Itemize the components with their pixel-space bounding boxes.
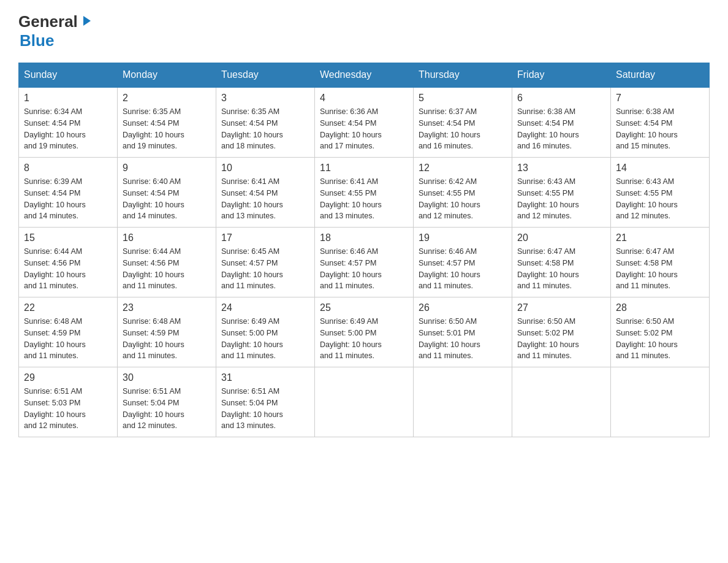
day-info: Sunrise: 6:50 AM Sunset: 5:01 PM Dayligh… (419, 316, 507, 362)
calendar-cell (315, 367, 414, 437)
weekday-header-sunday: Sunday (19, 63, 118, 88)
calendar-cell: 22 Sunrise: 6:48 AM Sunset: 4:59 PM Dayl… (19, 297, 118, 367)
day-number: 21 (616, 232, 704, 243)
calendar-cell: 12 Sunrise: 6:42 AM Sunset: 4:55 PM Dayl… (414, 158, 512, 228)
calendar-cell: 19 Sunrise: 6:46 AM Sunset: 4:57 PM Dayl… (414, 228, 512, 297)
calendar-cell: 9 Sunrise: 6:40 AM Sunset: 4:54 PM Dayli… (118, 158, 216, 228)
calendar-cell: 17 Sunrise: 6:45 AM Sunset: 4:57 PM Dayl… (216, 228, 315, 297)
calendar-cell: 16 Sunrise: 6:44 AM Sunset: 4:56 PM Dayl… (118, 228, 216, 297)
day-info: Sunrise: 6:39 AM Sunset: 4:54 PM Dayligh… (24, 176, 112, 222)
logo: General Blue (18, 12, 92, 50)
day-number: 11 (320, 163, 408, 174)
calendar-cell: 27 Sunrise: 6:50 AM Sunset: 5:02 PM Dayl… (512, 297, 611, 367)
day-info: Sunrise: 6:46 AM Sunset: 4:57 PM Dayligh… (320, 246, 408, 292)
day-number: 29 (24, 372, 112, 383)
calendar-cell: 10 Sunrise: 6:41 AM Sunset: 4:54 PM Dayl… (216, 158, 315, 228)
calendar-cell: 15 Sunrise: 6:44 AM Sunset: 4:56 PM Dayl… (19, 228, 118, 297)
day-info: Sunrise: 6:38 AM Sunset: 4:54 PM Dayligh… (517, 106, 605, 152)
day-info: Sunrise: 6:50 AM Sunset: 5:02 PM Dayligh… (616, 316, 704, 362)
calendar-cell (414, 367, 512, 437)
day-info: Sunrise: 6:42 AM Sunset: 4:55 PM Dayligh… (419, 176, 507, 222)
calendar-cell: 14 Sunrise: 6:43 AM Sunset: 4:55 PM Dayl… (611, 158, 710, 228)
day-number: 6 (517, 93, 605, 104)
day-number: 14 (616, 163, 704, 174)
day-number: 18 (320, 232, 408, 243)
logo-general: General (18, 12, 78, 31)
day-number: 25 (320, 302, 408, 313)
day-info: Sunrise: 6:43 AM Sunset: 4:55 PM Dayligh… (517, 176, 605, 222)
calendar-cell: 5 Sunrise: 6:37 AM Sunset: 4:54 PM Dayli… (414, 87, 512, 158)
day-number: 16 (123, 232, 211, 243)
day-number: 31 (221, 372, 309, 383)
calendar-cell: 26 Sunrise: 6:50 AM Sunset: 5:01 PM Dayl… (414, 297, 512, 367)
calendar-cell: 1 Sunrise: 6:34 AM Sunset: 4:54 PM Dayli… (19, 87, 118, 158)
day-number: 9 (123, 163, 211, 174)
day-info: Sunrise: 6:48 AM Sunset: 4:59 PM Dayligh… (123, 316, 211, 362)
calendar-cell: 24 Sunrise: 6:49 AM Sunset: 5:00 PM Dayl… (216, 297, 315, 367)
day-info: Sunrise: 6:48 AM Sunset: 4:59 PM Dayligh… (24, 316, 112, 362)
calendar-cell (512, 367, 611, 437)
calendar-cell: 29 Sunrise: 6:51 AM Sunset: 5:03 PM Dayl… (19, 367, 118, 437)
day-info: Sunrise: 6:51 AM Sunset: 5:03 PM Dayligh… (24, 386, 112, 432)
day-number: 13 (517, 163, 605, 174)
weekday-header-saturday: Saturday (611, 63, 710, 88)
day-info: Sunrise: 6:45 AM Sunset: 4:57 PM Dayligh… (221, 246, 309, 292)
day-info: Sunrise: 6:34 AM Sunset: 4:54 PM Dayligh… (24, 106, 112, 152)
weekday-header-monday: Monday (118, 63, 216, 88)
calendar-cell: 28 Sunrise: 6:50 AM Sunset: 5:02 PM Dayl… (611, 297, 710, 367)
day-info: Sunrise: 6:41 AM Sunset: 4:54 PM Dayligh… (221, 176, 309, 222)
weekday-header-tuesday: Tuesday (216, 63, 315, 88)
day-number: 1 (24, 93, 112, 104)
day-number: 10 (221, 163, 309, 174)
calendar-cell: 21 Sunrise: 6:47 AM Sunset: 4:58 PM Dayl… (611, 228, 710, 297)
week-row-1: 1 Sunrise: 6:34 AM Sunset: 4:54 PM Dayli… (19, 87, 710, 158)
week-row-5: 29 Sunrise: 6:51 AM Sunset: 5:03 PM Dayl… (19, 367, 710, 437)
day-number: 26 (419, 302, 507, 313)
day-number: 20 (517, 232, 605, 243)
day-info: Sunrise: 6:47 AM Sunset: 4:58 PM Dayligh… (517, 246, 605, 292)
day-number: 2 (123, 93, 211, 104)
weekday-header-row: SundayMondayTuesdayWednesdayThursdayFrid… (19, 63, 710, 88)
day-info: Sunrise: 6:36 AM Sunset: 4:54 PM Dayligh… (320, 106, 408, 152)
calendar-cell: 4 Sunrise: 6:36 AM Sunset: 4:54 PM Dayli… (315, 87, 414, 158)
logo-arrow-icon (80, 15, 92, 29)
day-info: Sunrise: 6:44 AM Sunset: 4:56 PM Dayligh… (24, 246, 112, 292)
day-number: 28 (616, 302, 704, 313)
calendar-cell: 6 Sunrise: 6:38 AM Sunset: 4:54 PM Dayli… (512, 87, 611, 158)
day-number: 7 (616, 93, 704, 104)
calendar-cell: 18 Sunrise: 6:46 AM Sunset: 4:57 PM Dayl… (315, 228, 414, 297)
calendar-cell: 30 Sunrise: 6:51 AM Sunset: 5:04 PM Dayl… (118, 367, 216, 437)
calendar-cell: 7 Sunrise: 6:38 AM Sunset: 4:54 PM Dayli… (611, 87, 710, 158)
day-number: 27 (517, 302, 605, 313)
calendar-cell (611, 367, 710, 437)
day-number: 8 (24, 163, 112, 174)
calendar-cell: 8 Sunrise: 6:39 AM Sunset: 4:54 PM Dayli… (19, 158, 118, 228)
page-header: General Blue (18, 12, 710, 50)
calendar-cell: 20 Sunrise: 6:47 AM Sunset: 4:58 PM Dayl… (512, 228, 611, 297)
day-info: Sunrise: 6:50 AM Sunset: 5:02 PM Dayligh… (517, 316, 605, 362)
day-number: 3 (221, 93, 309, 104)
calendar-cell: 31 Sunrise: 6:51 AM Sunset: 5:04 PM Dayl… (216, 367, 315, 437)
day-info: Sunrise: 6:41 AM Sunset: 4:55 PM Dayligh… (320, 176, 408, 222)
svg-marker-0 (83, 16, 91, 26)
day-info: Sunrise: 6:37 AM Sunset: 4:54 PM Dayligh… (419, 106, 507, 152)
calendar-cell: 23 Sunrise: 6:48 AM Sunset: 4:59 PM Dayl… (118, 297, 216, 367)
calendar-cell: 11 Sunrise: 6:41 AM Sunset: 4:55 PM Dayl… (315, 158, 414, 228)
day-info: Sunrise: 6:40 AM Sunset: 4:54 PM Dayligh… (123, 176, 211, 222)
logo-blue: Blue (20, 31, 54, 50)
day-info: Sunrise: 6:49 AM Sunset: 5:00 PM Dayligh… (320, 316, 408, 362)
calendar-cell: 13 Sunrise: 6:43 AM Sunset: 4:55 PM Dayl… (512, 158, 611, 228)
week-row-4: 22 Sunrise: 6:48 AM Sunset: 4:59 PM Dayl… (19, 297, 710, 367)
day-info: Sunrise: 6:49 AM Sunset: 5:00 PM Dayligh… (221, 316, 309, 362)
day-number: 30 (123, 372, 211, 383)
day-info: Sunrise: 6:35 AM Sunset: 4:54 PM Dayligh… (221, 106, 309, 152)
day-number: 19 (419, 232, 507, 243)
day-info: Sunrise: 6:51 AM Sunset: 5:04 PM Dayligh… (221, 386, 309, 432)
day-number: 17 (221, 232, 309, 243)
day-number: 22 (24, 302, 112, 313)
day-number: 12 (419, 163, 507, 174)
weekday-header-wednesday: Wednesday (315, 63, 414, 88)
week-row-2: 8 Sunrise: 6:39 AM Sunset: 4:54 PM Dayli… (19, 158, 710, 228)
day-number: 15 (24, 232, 112, 243)
day-number: 4 (320, 93, 408, 104)
